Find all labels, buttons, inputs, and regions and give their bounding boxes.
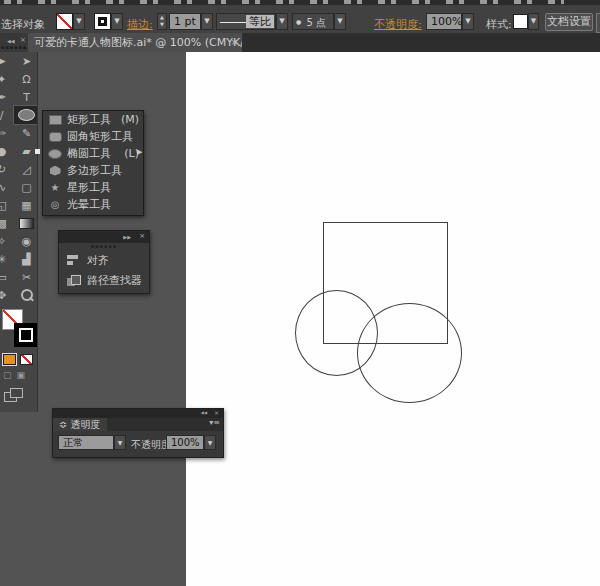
stroke-panel-link[interactable]: 描边:: [127, 17, 153, 32]
direct-selection-tool-icon[interactable]: ➤: [14, 52, 38, 70]
draw-behind-icon[interactable]: ▣: [17, 370, 26, 380]
opacity-panel-link[interactable]: 不透明度:: [374, 17, 422, 32]
ellipse-tool-icon[interactable]: [14, 106, 38, 124]
type-tool-icon[interactable]: T: [14, 88, 38, 106]
dock-expand-icon[interactable]: ▶▶: [123, 234, 131, 240]
stroke-weight-stepper[interactable]: ▲ ▼: [157, 13, 167, 30]
scale-tool-icon[interactable]: ◿: [14, 160, 38, 178]
shape-tools-flyout-menu: 矩形工具 (M) 圆角矩形工具 椭圆工具 (L) 多边形工具 ★ 星形工具 ◎ …: [42, 110, 144, 216]
stepper-down-icon[interactable]: ▼: [160, 21, 164, 27]
tool-row: ▭✂: [0, 268, 38, 286]
pathfinder-panel-button[interactable]: 路径查找器: [59, 270, 149, 290]
brush-dropdown-arrow-icon[interactable]: ▼: [334, 13, 346, 30]
panel-opacity-field[interactable]: 100%: [166, 435, 204, 450]
tools-panel: ➤➤✦Ω✒T∕✏✎●▰↻◿∿▢◱▦▩✧◉✳▟▭✂✥ ▢ ▣: [0, 52, 38, 412]
circle-shape-right[interactable]: [357, 303, 462, 403]
document-tab[interactable]: 可爱的卡通人物图标.ai* @ 100% (CMYK/预览) ×: [28, 33, 242, 52]
blend-mode-arrow-icon[interactable]: ▼: [114, 435, 126, 450]
brush-preview-icon: ●: [296, 18, 301, 25]
lasso-tool-icon[interactable]: Ω: [14, 70, 38, 88]
transparency-collapse-icon[interactable]: ◀◀: [201, 410, 207, 415]
transparency-close-icon[interactable]: ×: [214, 409, 219, 416]
menu-item-polygon-tool[interactable]: 多边形工具: [43, 162, 143, 179]
line-segment-tool-icon[interactable]: ∕: [0, 106, 14, 124]
draw-normal-icon[interactable]: ▢: [3, 370, 12, 380]
selection-tool-icon[interactable]: ➤: [0, 52, 14, 70]
stroke-color-swatch[interactable]: [94, 13, 111, 30]
menu-bar-text-sliver: [4, 0, 564, 4]
stroke-dropdown-arrow-icon[interactable]: ▼: [111, 13, 123, 30]
screen-mode-rect-front: [10, 388, 23, 398]
tool-row: ✦Ω: [0, 70, 38, 88]
stroke-weight-dropdown-arrow-icon[interactable]: ▼: [201, 13, 213, 30]
opacity-dropdown-arrow-icon[interactable]: ▼: [462, 13, 474, 30]
draw-mode-buttons: ▢ ▣: [3, 370, 37, 380]
screen-mode-icon[interactable]: [4, 388, 22, 402]
width-tool-icon[interactable]: ∿: [0, 178, 14, 196]
style-dropdown-arrow-icon[interactable]: ▼: [528, 13, 539, 30]
perspective-grid-tool-icon[interactable]: ▦: [14, 196, 38, 214]
tool-row: ✥: [0, 286, 38, 304]
brush-definition-dropdown[interactable]: ● 5 点圆形: [292, 13, 334, 30]
menu-item-rounded-rectangle-tool[interactable]: 圆角矩形工具: [43, 128, 143, 145]
panel-cycle-icon: ≎: [59, 419, 67, 430]
align-panel-button[interactable]: 对齐: [59, 250, 149, 270]
stroke-weight-field[interactable]: 1 pt: [169, 13, 201, 30]
magic-wand-tool-icon[interactable]: ✦: [0, 70, 14, 88]
mesh-tool-icon[interactable]: ▩: [0, 214, 14, 232]
toolbar-close-icon[interactable]: ×: [20, 36, 26, 44]
panel-menu-icon[interactable]: ▾≡: [209, 418, 220, 427]
width-profile-dropdown[interactable]: 等比: [216, 13, 276, 30]
none-button[interactable]: [20, 354, 33, 365]
transparency-tab[interactable]: ≎ 透明度: [53, 418, 107, 431]
toolbar-drag-dots[interactable]: ▪▪▪▪▪▪: [1, 44, 27, 50]
menu-item-flare-tool[interactable]: ◎ 光晕工具: [43, 196, 143, 213]
dock-close-icon[interactable]: ×: [139, 232, 145, 240]
symbol-sprayer-tool-icon[interactable]: ✳: [0, 250, 14, 268]
document-tab-close-icon[interactable]: ×: [230, 33, 238, 52]
style-swatch[interactable]: [513, 14, 528, 29]
tool-grid: ➤➤✦Ω✒T∕✏✎●▰↻◿∿▢◱▦▩✧◉✳▟▭✂✥: [0, 52, 37, 304]
stroke-proxy[interactable]: [14, 323, 38, 347]
free-transform-tool-icon[interactable]: ▢: [14, 178, 38, 196]
polygon-tool-icon: [47, 166, 63, 176]
menu-item-ellipse-tool[interactable]: 椭圆工具 (L): [43, 145, 143, 162]
slice-tool-icon[interactable]: ✂: [14, 268, 38, 286]
transparency-panel-header: ◀◀ ×: [53, 409, 223, 418]
tool-row: ✧◉: [0, 232, 38, 250]
artboard-tool-icon[interactable]: ▭: [0, 268, 14, 286]
dock-drag-dots[interactable]: ▪▪▪▪▪▪: [59, 243, 149, 250]
eyedropper-tool-icon[interactable]: ✧: [0, 232, 14, 250]
pencil-tool-icon[interactable]: ✎: [14, 124, 38, 142]
fill-color-swatch[interactable]: [56, 13, 73, 30]
illustrator-window: 选择对象 ▼ ▼ 描边: ▲ ▼ 1 pt ▼ 等比 ▼ ● 5 点圆形 ▼ 不…: [0, 0, 600, 586]
tool-row: ✒T: [0, 88, 38, 106]
blob-brush-tool-icon[interactable]: ●: [0, 142, 14, 160]
panel-opacity-arrow-icon[interactable]: ▼: [204, 435, 216, 450]
shape-builder-tool-icon[interactable]: ◱: [0, 196, 14, 214]
pen-tool-icon[interactable]: ✒: [0, 88, 14, 106]
clipped-edge-button[interactable]: [596, 13, 600, 33]
stroke-profile-line-icon: [220, 22, 246, 23]
document-setup-button[interactable]: 文档设置: [545, 13, 593, 31]
stepper-up-icon[interactable]: ▲: [160, 14, 164, 20]
fill-stroke-indicator: [2, 309, 36, 351]
fill-dropdown-arrow-icon[interactable]: ▼: [73, 13, 85, 30]
tool-row: ●▰: [0, 142, 38, 160]
width-profile-dropdown-arrow-icon[interactable]: ▼: [276, 13, 288, 30]
dock-panel-header: ▶▶ ×: [59, 231, 149, 243]
gradient-tool-icon[interactable]: [14, 214, 38, 232]
paintbrush-tool-icon[interactable]: ✏: [0, 124, 14, 142]
color-button[interactable]: [3, 354, 16, 365]
menu-item-rectangle-tool[interactable]: 矩形工具 (M): [43, 111, 143, 128]
opacity-field[interactable]: 100%: [426, 13, 462, 30]
blend-tool-icon[interactable]: ◉: [14, 232, 38, 250]
align-pathfinder-dock: ▶▶ × ▪▪▪▪▪▪ 对齐 路径查找器: [58, 230, 150, 294]
blend-mode-dropdown[interactable]: 正常: [58, 435, 114, 450]
menu-item-star-tool[interactable]: ★ 星形工具: [43, 179, 143, 196]
artboard-canvas[interactable]: [186, 52, 600, 586]
rotate-tool-icon[interactable]: ↻: [0, 160, 14, 178]
column-graph-tool-icon[interactable]: ▟: [14, 250, 38, 268]
hand-tool-icon[interactable]: ✥: [0, 286, 14, 304]
zoom-tool-icon[interactable]: [14, 286, 38, 304]
